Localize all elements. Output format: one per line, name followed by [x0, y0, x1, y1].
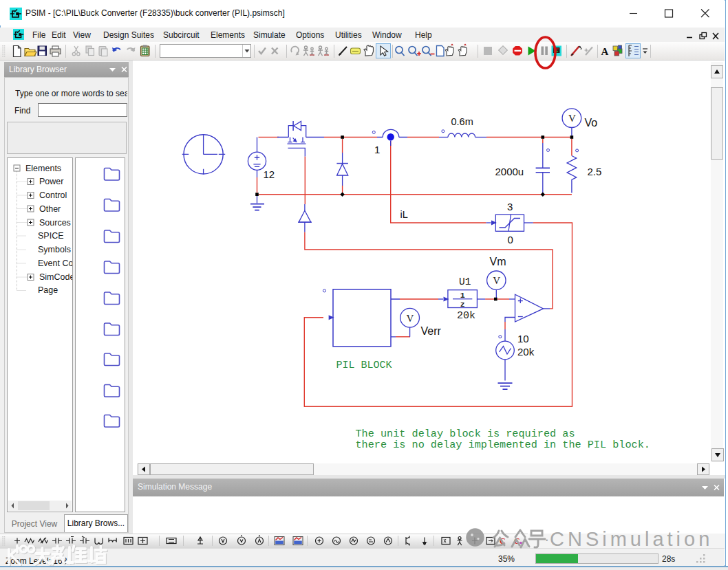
svg-text:3: 3 [507, 201, 513, 212]
svg-text:Verr: Verr [421, 325, 442, 337]
svg-text:V: V [493, 275, 500, 286]
svg-text:20k: 20k [517, 346, 535, 358]
svg-text:0: 0 [508, 234, 513, 245]
svg-text:CNSimulation: CNSimulation [550, 528, 713, 550]
svg-text:12: 12 [264, 168, 275, 180]
svg-text:iL: iL [400, 209, 408, 220]
svg-text:PIL BLOCK: PIL BLOCK [336, 360, 392, 371]
svg-text:1: 1 [374, 144, 380, 155]
svg-text:20k: 20k [457, 310, 475, 322]
svg-text:1: 1 [460, 291, 465, 300]
svg-text:0.6m: 0.6m [451, 116, 473, 127]
svg-text:V: V [568, 113, 576, 124]
svg-text:U1: U1 [459, 276, 471, 287]
svg-text:2000u: 2000u [495, 166, 524, 177]
svg-text:z: z [460, 300, 465, 309]
svg-text:2.5: 2.5 [588, 166, 602, 177]
svg-text:Vo: Vo [585, 117, 598, 129]
svg-text:The unit delay block is requir: The unit delay block is required as [356, 428, 575, 440]
svg-text:10: 10 [517, 333, 529, 344]
svg-text:·: · [544, 531, 549, 548]
svg-text:V: V [407, 313, 414, 324]
svg-text:there is no delay implemented: there is no delay implemented in the PIL… [356, 439, 650, 451]
svg-text:Vm: Vm [490, 256, 506, 267]
